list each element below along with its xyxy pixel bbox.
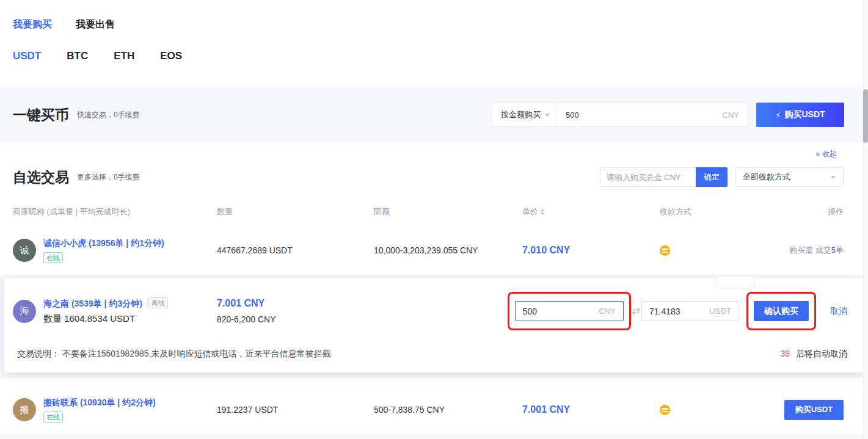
total-amount-filter-unit: CNY — [664, 173, 680, 182]
coin-tab-usdt[interactable]: USDT — [13, 50, 41, 62]
buy-usdt-button[interactable]: 购买USDT — [784, 400, 844, 420]
action-suffix: 单 — [836, 245, 844, 255]
quantity-label: 数量 — [43, 313, 62, 324]
cancel-link[interactable]: 取消 — [830, 306, 847, 317]
total-amount-filter-input[interactable] — [607, 173, 662, 182]
countdown-text: 后将自动取消 — [796, 349, 847, 358]
order-controls: CNY ⇄ USDT 确认购买 取消 — [508, 292, 847, 330]
trade-note-label: 交易说明： — [17, 349, 60, 358]
sort-asc-icon — [541, 209, 544, 211]
collapse-link[interactable]: « 收起 — [812, 148, 841, 161]
tooltip-artifact — [717, 276, 754, 288]
quick-buy-amount-unit: CNY — [723, 111, 739, 120]
price-value: 7.001 CNY — [522, 404, 660, 415]
market-header: 自选交易 更多选择，0手续费 CNY 确定 全部收款方式 — [0, 142, 868, 187]
quick-buy-button-label: 购买USDT — [785, 109, 825, 120]
price-cell: 7.001 CNY 820-6,200 CNY — [217, 298, 374, 324]
bank-card-icon — [660, 405, 670, 415]
coin-tabs: USDT BTC ETH EOS — [13, 50, 868, 62]
market-filters: CNY 确定 全部收款方式 — [600, 167, 844, 187]
tab-divider — [64, 20, 64, 30]
quick-buy-amount-control: 按金额购买 CNY — [492, 103, 748, 127]
expanded-order-card: 海 海之南 (3539单 | 约3分钟)离线 数量 1604.8534 USDT… — [4, 278, 864, 372]
scrollbar-track[interactable] — [863, 0, 868, 439]
trade-note: 交易说明： 不要备注15501982985,未及时响应短信或电话，近来平台信息常… — [17, 349, 330, 360]
avatar[interactable]: 海 — [13, 300, 36, 323]
expanded-row-backdrop: 海 海之南 (3539单 | 约3分钟)离线 数量 1604.8534 USDT… — [0, 275, 868, 378]
countdown-seconds: 39 — [781, 349, 790, 358]
col-payment: 收款方式 — [660, 206, 782, 217]
filter-confirm-button[interactable]: 确定 — [696, 167, 728, 187]
lightning-icon: ⚡ — [775, 111, 781, 120]
quantity-value: 191.2237 USDT — [217, 405, 374, 415]
caret-down-icon — [545, 114, 550, 117]
limit-value: 10,000-3,203,239.055 CNY — [374, 245, 522, 255]
buy-mode-select[interactable]: 按金额购买 — [492, 103, 557, 126]
status-badge: 在线 — [43, 412, 63, 423]
limit-value: 500-7,838.75 CNY — [374, 405, 522, 415]
status-badge: 离线 — [148, 297, 168, 308]
scrollbar-thumb[interactable] — [863, 89, 868, 143]
quick-buy-amount-input[interactable] — [566, 111, 718, 120]
quantity-value: 1604.8534 USDT — [64, 313, 135, 324]
status-badge: 在线 — [43, 252, 63, 263]
trade-note-row: 交易说明： 不要备注15501982985,未及时响应短信或电话，近来平台信息常… — [4, 334, 864, 372]
avatar[interactable]: 诚 — [13, 239, 36, 262]
merchant-name-link[interactable]: 搬砖联系 (10930单 | 约2分钟) — [43, 397, 156, 408]
trade-note-text: 不要备注15501982985,未及时响应短信或电话，近来平台信息常被拦截 — [62, 349, 331, 358]
buy-mode-label: 按金额购买 — [501, 109, 541, 120]
top-nav: 我要购买 我要出售 USDT BTC ETH EOS — [0, 0, 868, 87]
action-prefix: 购买需 成交 — [789, 245, 831, 255]
market-title: 自选交易 — [13, 168, 69, 187]
table-row: 诚 诚信小小虎 (13956单 | 约1分钟) 在线 447667.2689 U… — [0, 226, 868, 275]
pay-amount-field-wrap: CNY — [515, 301, 624, 321]
quick-buy-subtitle: 快速交易，0手续费 — [77, 110, 140, 120]
collapse-chevrons-icon: « — [814, 152, 820, 156]
total-amount-filter-wrap: CNY — [600, 167, 696, 187]
quick-buy-amount-wrap: CNY — [557, 103, 748, 126]
table-header: 商家昵称 (成单量 | 平均完成时长) 数量 限额 单价 收款方式 操作 — [0, 198, 868, 226]
action-count: 5 — [831, 245, 836, 255]
annotation-box-pay-amount: CNY — [508, 292, 631, 330]
price-value: 7.010 CNY — [522, 245, 660, 256]
quantity-value: 447667.2689 USDT — [217, 245, 374, 255]
col-price-label: 单价 — [522, 206, 538, 217]
merchant-name-link[interactable]: 海之南 (3539单 | 约3分钟) — [43, 299, 142, 308]
coin-tab-eos[interactable]: EOS — [160, 50, 182, 62]
sort-icon[interactable] — [541, 209, 544, 215]
payment-method-select[interactable]: 全部收款方式 — [735, 167, 844, 187]
collapse-label: 收起 — [822, 149, 837, 159]
caret-down-icon — [831, 176, 836, 179]
sort-desc-icon — [541, 212, 544, 215]
action-cell: 购买USDT — [784, 400, 844, 420]
pay-amount-input[interactable] — [523, 307, 594, 316]
receive-amount-unit: USDT — [710, 307, 731, 316]
col-price: 单价 — [522, 206, 660, 217]
tab-buy[interactable]: 我要购买 — [13, 18, 52, 31]
market-section: « 收起 自选交易 更多选择，0手续费 CNY 确定 全部收款方式 商家昵称 (… — [0, 142, 868, 434]
receive-amount-input[interactable] — [649, 307, 705, 316]
confirm-buy-button[interactable]: 确认购买 — [754, 301, 809, 321]
coin-tab-btc[interactable]: BTC — [67, 50, 88, 62]
payment-method-label: 全部收款方式 — [743, 172, 790, 183]
table-row: 搬 搬砖联系 (10930单 | 约2分钟) 在线 191.2237 USDT … — [0, 385, 868, 434]
col-action: 操作 — [828, 206, 844, 217]
pay-amount-unit: CNY — [599, 307, 615, 316]
col-quantity: 数量 — [217, 206, 374, 217]
tab-sell[interactable]: 我要出售 — [76, 18, 115, 31]
price-value: 7.001 CNY — [217, 298, 374, 309]
col-limit: 限额 — [374, 206, 522, 217]
col-merchant: 商家昵称 (成单量 | 平均完成时长) — [13, 206, 217, 217]
swap-icon[interactable]: ⇄ — [632, 305, 640, 317]
market-subtitle: 更多选择，0手续费 — [77, 172, 140, 183]
quick-buy-section: 一键买币 快速交易，0手续费 按金额购买 CNY ⚡ 购买USDT — [0, 87, 868, 142]
merchant-cell: 诚 诚信小小虎 (13956单 | 约1分钟) 在线 — [13, 238, 217, 263]
avatar[interactable]: 搬 — [13, 398, 36, 421]
coin-tab-eth[interactable]: ETH — [114, 50, 134, 62]
quick-buy-button[interactable]: ⚡ 购买USDT — [756, 103, 844, 127]
action-requirement: 购买需 成交5单 — [789, 245, 844, 256]
merchant-cell: 海 海之南 (3539单 | 约3分钟)离线 数量 1604.8534 USDT — [13, 297, 217, 325]
auto-cancel-countdown: 39 后将自动取消 — [781, 349, 847, 360]
receive-amount-field-wrap: USDT — [641, 301, 739, 321]
merchant-name-link[interactable]: 诚信小小虎 (13956单 | 约1分钟) — [43, 238, 164, 249]
